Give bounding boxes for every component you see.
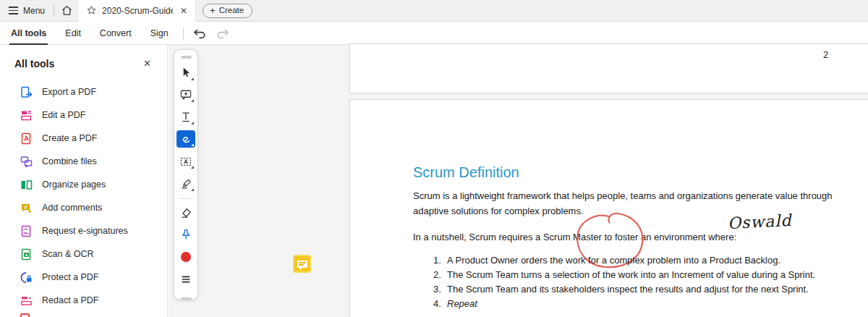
toolbar-drag-handle[interactable]: [181, 56, 192, 59]
pushpin-icon: [179, 228, 192, 241]
edit-pdf-icon: [20, 109, 33, 122]
organize-pages-icon: [20, 179, 33, 191]
sidebar-item-label: Scan & OCR: [42, 249, 94, 259]
note-bubble-icon: [297, 261, 307, 268]
star-icon[interactable]: [86, 5, 97, 16]
redo-button[interactable]: [216, 25, 231, 41]
sidebar-item-edit-pdf[interactable]: Edit a PDF: [0, 103, 167, 127]
doc-heading: Scrum Definition: [413, 164, 519, 181]
select-tool[interactable]: [176, 64, 195, 82]
combine-files-icon: [20, 156, 33, 168]
draw-tool[interactable]: [176, 130, 195, 148]
tab-edit[interactable]: Edit: [64, 22, 82, 45]
sidebar-item-create-pdf[interactable]: Create a PDF: [0, 127, 167, 150]
sidebar-item-label: Redact a PDF: [42, 295, 99, 305]
sidebar-item-export-pdf[interactable]: Export a PDF: [0, 80, 167, 103]
lines-menu-icon: [179, 273, 192, 286]
erase-tool[interactable]: [176, 204, 195, 222]
undo-button[interactable]: [191, 25, 207, 41]
pdf-page-1[interactable]: 2: [349, 43, 868, 93]
panel-close-icon[interactable]: ✕: [140, 56, 154, 70]
add-text-tool[interactable]: [176, 108, 195, 126]
panel-title: All tools: [14, 58, 54, 69]
sidebar-item-label: Protect a PDF: [42, 272, 99, 282]
sidebar-item-organize-pages[interactable]: Organize pages: [0, 173, 167, 196]
toolbar-divider: [179, 198, 193, 199]
tab-convert[interactable]: Convert: [98, 22, 133, 45]
quick-tools-toolbar: [174, 49, 198, 300]
create-button[interactable]: + Create: [203, 4, 252, 18]
toolbar-bottom-handle[interactable]: [181, 297, 192, 300]
sticky-note-annotation[interactable]: [293, 255, 311, 273]
list-item: 3.The Scrum Team and its stakeholders in…: [433, 282, 815, 297]
doc-numbered-list: 1.A Product Owner orders the work for a …: [433, 253, 815, 311]
page-number: 2: [823, 49, 828, 60]
pdf-page-2[interactable]: Scrum Definition Scrum is a lightweight …: [349, 99, 868, 317]
sidebar-item-protect-pdf[interactable]: Protect a PDF: [0, 266, 167, 289]
sidebar-item-combine-files[interactable]: Combine files: [0, 150, 167, 173]
sidebar-item-redact-pdf[interactable]: Redact a PDF: [0, 289, 167, 312]
document-tab[interactable]: 2020-Scrum-Guide-US.p... ✕: [79, 0, 196, 22]
sidebar-item-label: Organize pages: [42, 179, 106, 190]
create-pdf-icon: [20, 132, 33, 145]
sidebar-item-label: Combine files: [42, 156, 97, 166]
tab-all-tools[interactable]: All tools: [9, 22, 48, 45]
eraser-icon: [179, 206, 192, 219]
red-dot-icon: [181, 252, 191, 262]
sidebar-item-label: Create a PDF: [42, 133, 97, 143]
sidebar-item-label: Request e-signatures: [42, 226, 128, 236]
document-viewer[interactable]: 2 Scrum Definition Scrum is a lightweigh…: [169, 45, 868, 317]
tab-sign[interactable]: Sign: [149, 22, 170, 45]
request-esignatures-icon: [20, 225, 33, 237]
hamburger-icon: [9, 7, 18, 14]
undo-icon: [192, 28, 206, 39]
menu-label: Menu: [23, 6, 45, 16]
sidebar-item-add-comments[interactable]: Add comments: [0, 196, 167, 219]
tab-close-icon[interactable]: ✕: [178, 4, 190, 17]
home-button[interactable]: [54, 0, 79, 22]
plus-icon: +: [210, 6, 216, 15]
doc-paragraph-2: In a nutshell, Scrum requires a Scrum Ma…: [413, 229, 736, 245]
sidebar-item-label: Add comments: [42, 203, 102, 213]
more-options-tool[interactable]: [176, 270, 195, 288]
tools-list: Export a PDF Edit a PDF Create a PDF Com…: [0, 80, 167, 312]
home-icon: [61, 4, 73, 17]
highlight-tool[interactable]: [176, 174, 195, 193]
redo-icon: [216, 28, 231, 39]
create-label: Create: [219, 6, 244, 14]
list-item: 2.The Scrum Team turns a selection of th…: [433, 268, 815, 282]
export-pdf-icon: [20, 86, 33, 98]
redact-pdf-icon: [20, 295, 33, 307]
nav-bar: All tools Edit Convert Sign: [0, 22, 868, 45]
add-comments-icon: [20, 202, 33, 214]
nav-divider: [183, 28, 184, 40]
list-item: 1.A Product Owner orders the work for a …: [433, 253, 815, 268]
add-comment-tool[interactable]: [176, 86, 195, 104]
sidebar-item-label: Export a PDF: [42, 87, 96, 97]
tab-title: 2020-Scrum-Guide-US.p...: [102, 6, 173, 16]
sidebar-item-label: Edit a PDF: [42, 110, 85, 120]
all-tools-panel: All tools ✕ Export a PDF Edit a PDF Crea…: [0, 45, 168, 317]
menu-button[interactable]: Menu: [0, 0, 54, 22]
top-bar: Menu 2020-Scrum-Guide-US.p... ✕ + Create: [0, 0, 868, 22]
sidebar-item-scan-ocr[interactable]: Scan & OCR: [0, 242, 167, 266]
list-item: 4.Repeat: [433, 297, 815, 311]
add-text-box-tool[interactable]: [176, 152, 195, 170]
signature-annotation[interactable]: Oswald: [727, 211, 792, 233]
pin-tool[interactable]: [176, 226, 195, 244]
scan-ocr-icon: [20, 248, 33, 261]
red-dot-tool[interactable]: [176, 248, 195, 266]
protect-pdf-icon: [20, 271, 33, 284]
sidebar-item-request-esignatures[interactable]: Request e-signatures: [0, 219, 167, 242]
sidebar-item-partial-icon: [20, 313, 30, 317]
